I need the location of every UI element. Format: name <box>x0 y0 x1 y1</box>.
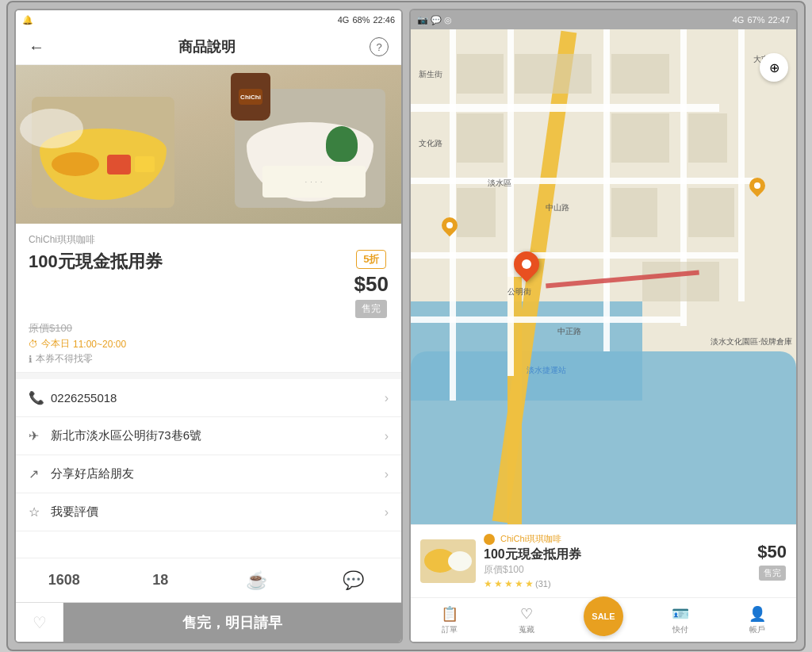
map-area[interactable]: 大屯寮 文化路 新生街 中山路 淡水區 公明街 中正路 淡水文化園區·殼牌倉庫 … <box>411 29 796 524</box>
left-phone: 🔔 4G 68% 22:46 ← 商品說明 ? <box>14 9 403 643</box>
map-label-danshui: 淡水區 <box>488 178 511 189</box>
card-price: $50 <box>757 542 787 562</box>
map-label-culture-park: 淡水文化園區·殼牌倉庫 <box>710 336 792 347</box>
menu-item-share[interactable]: ↗ 分享好店給朋友 › <box>16 455 401 493</box>
product-image: · · · · ChiChi <box>16 65 401 224</box>
original-price: 原價$100 <box>29 321 389 336</box>
quickpay-label: 快付 <box>672 624 688 635</box>
nav-favorites[interactable]: ♡ 蒐藏 <box>488 598 565 642</box>
help-button[interactable]: ? <box>370 37 389 56</box>
arrow-icon-2: › <box>385 429 389 443</box>
brand-icon <box>484 534 495 545</box>
quickpay-icon: 🪪 <box>672 605 689 623</box>
star-1: ★ <box>484 578 492 589</box>
price-display: $50 <box>354 272 389 297</box>
location-icon: ✈ <box>29 428 51 443</box>
time-label: 今本日 <box>41 337 70 351</box>
card-price-section: $50 售完 <box>757 542 787 581</box>
map-label-zhongshan: 中山路 <box>546 202 569 213</box>
map-pin-1 <box>442 217 458 233</box>
time-range: 11:00~20:00 <box>73 339 126 350</box>
arrow-icon-4: › <box>385 505 389 520</box>
page-title: 商品說明 <box>178 37 236 56</box>
note-text: 本券不得找零 <box>36 352 93 366</box>
buy-button[interactable]: 售完，明日請早 <box>63 603 401 642</box>
count-1608: 1608 <box>48 572 80 589</box>
product-info: ChiChi琪琪咖啡 100元現金抵用券 5折 $50 售完 原價$100 ⏱ … <box>16 224 401 373</box>
tab-coffee[interactable]: ☕ <box>209 558 305 602</box>
status-battery-right: 67% <box>747 15 764 25</box>
star-3: ★ <box>504 578 513 589</box>
count-18: 18 <box>152 572 168 589</box>
app-header-left: ← 商品說明 ? <box>16 29 401 65</box>
menu-item-phone[interactable]: 📞 0226255018 › <box>16 379 401 417</box>
discount-badge: 5折 <box>356 250 386 269</box>
status-icon-left: 🔔 <box>22 15 33 25</box>
compass-button[interactable]: ⊕ <box>760 53 788 82</box>
menu-list: 📞 0226255018 › ✈ 新北市淡水區公明街73巷6號 › ↗ 分享好店… <box>16 379 401 558</box>
map-label-gongming: 公明街 <box>508 286 531 297</box>
address-text: 新北市淡水區公明街73巷6號 <box>51 428 385 443</box>
menu-item-review[interactable]: ☆ 我要評價 › <box>16 493 401 531</box>
status-bar-right: 📷 💬 ◎ 4G 67% 22:47 <box>411 10 796 29</box>
bottom-nav-right: 📋 訂單 ♡ 蒐藏 SALE 🪪 快付 👤 帳戶 <box>411 597 796 642</box>
status-time-right: 22:47 <box>768 15 790 25</box>
star-icon: ☆ <box>29 504 51 520</box>
status-bar-left: 🔔 4G 68% 22:46 <box>16 10 401 29</box>
status-time-left: 22:46 <box>373 15 395 25</box>
sale-circle: SALE <box>584 596 623 636</box>
coffee-icon: ☕ <box>246 570 267 591</box>
nav-sale[interactable]: SALE <box>565 598 642 642</box>
review-text: 我要評價 <box>51 504 385 520</box>
map-pin-main <box>514 251 539 277</box>
buy-bar: ♡ 售完，明日請早 <box>16 602 401 642</box>
account-icon: 👤 <box>749 605 766 623</box>
review-count: (31) <box>535 579 551 589</box>
nav-orders[interactable]: 📋 訂單 <box>411 598 488 642</box>
clock-icon: ⏱ <box>29 339 38 350</box>
card-sold-out: 售完 <box>759 566 786 581</box>
stars-row: ★ ★ ★ ★ ★ (31) <box>484 578 749 589</box>
product-name: 100元現金抵用券 <box>29 250 354 274</box>
product-brand: ChiChi琪琪咖啡 <box>29 233 389 247</box>
arrow-icon-3: › <box>385 467 389 481</box>
star-2: ★ <box>494 578 503 589</box>
phone-icon: 📞 <box>29 390 51 405</box>
map-label-zhongzheng: 中正路 <box>557 326 581 337</box>
right-phone: 📷 💬 ◎ 4G 67% 22:47 <box>409 9 798 643</box>
favorite-button[interactable]: ♡ <box>16 603 63 642</box>
info-icon: ℹ <box>29 354 33 365</box>
share-text: 分享好店給朋友 <box>51 466 385 481</box>
map-label-water: 淡水捷運站 <box>527 365 566 376</box>
bottom-tabs-left: 1608 18 ☕ 💬 <box>16 558 401 602</box>
map-label-xinsheng: 新生街 <box>419 69 442 80</box>
map-pin-2 <box>749 178 765 194</box>
card-brand: ChiChi琪琪咖啡 <box>484 533 749 545</box>
card-name: 100元現金抵用券 <box>484 547 749 563</box>
tab-chat[interactable]: 💬 <box>305 558 402 602</box>
phone-number: 0226255018 <box>51 391 385 405</box>
status-battery-left: 68% <box>352 15 370 25</box>
favorites-label: 蒐藏 <box>519 624 534 635</box>
status-icons-right: 📷 💬 ◎ <box>417 15 452 25</box>
sold-out-badge: 售完 <box>355 300 387 318</box>
orders-label: 訂單 <box>442 624 458 635</box>
right-bottom-card: ChiChi琪琪咖啡 100元現金抵用券 原價$100 ★ ★ ★ ★ ★ (3… <box>411 524 796 597</box>
star-4: ★ <box>515 578 523 589</box>
heart-icon: ♡ <box>33 613 47 632</box>
menu-item-location[interactable]: ✈ 新北市淡水區公明街73巷6號 › <box>16 417 401 455</box>
card-orig-price: 原價$100 <box>484 563 749 577</box>
nav-quickpay[interactable]: 🪪 快付 <box>642 598 719 642</box>
back-button[interactable]: ← <box>29 38 44 56</box>
arrow-icon: › <box>385 391 389 405</box>
tab-count-1608[interactable]: 1608 <box>16 558 113 602</box>
chat-icon: 💬 <box>343 570 364 591</box>
card-info: ChiChi琪琪咖啡 100元現金抵用券 原價$100 ★ ★ ★ ★ ★ (3… <box>484 533 749 589</box>
nav-account[interactable]: 👤 帳戶 <box>719 598 796 642</box>
tab-count-18[interactable]: 18 <box>113 558 209 602</box>
favorites-icon: ♡ <box>520 605 533 623</box>
card-thumbnail <box>420 539 476 583</box>
status-signal-right: 4G <box>733 15 745 25</box>
orders-icon: 📋 <box>441 605 458 623</box>
share-icon: ↗ <box>29 466 51 481</box>
